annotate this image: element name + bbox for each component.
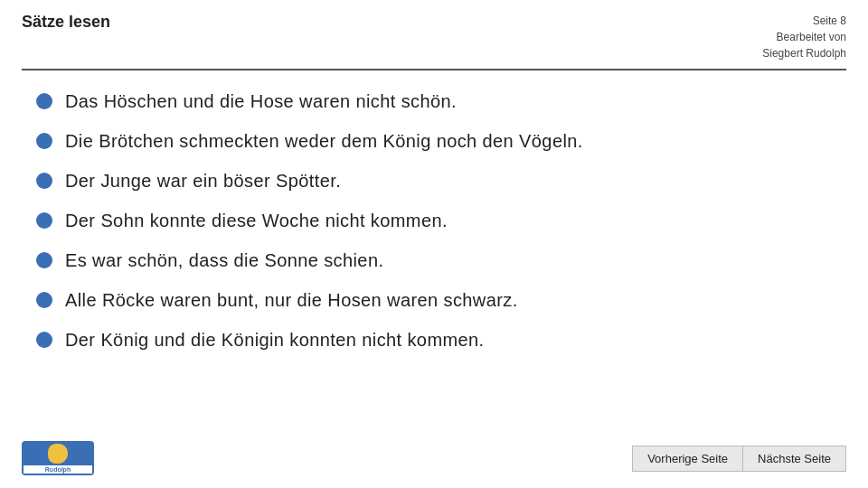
author-label: Bearbeitet von	[762, 29, 846, 45]
page-number: Seite 8	[762, 13, 846, 29]
bullet-icon	[36, 292, 52, 308]
logo-text: Rudolph	[24, 465, 92, 474]
bullet-icon	[36, 332, 52, 348]
next-button[interactable]: Nächste Seite	[742, 446, 846, 472]
content-area: Das Höschen und die Hose waren nicht sch…	[0, 70, 868, 376]
page-meta: Seite 8 Bearbeitet von Siegbert Rudolph	[762, 13, 846, 61]
prev-button[interactable]: Vorherige Seite	[632, 446, 742, 472]
logo-inner: Rudolph	[24, 443, 92, 474]
list-item: Der Sohn konnte diese Woche nicht kommen…	[36, 208, 832, 233]
bullet-icon	[36, 252, 52, 268]
bullet-icon	[36, 212, 52, 229]
header: Sätze lesen Seite 8 Bearbeitet von Siegb…	[0, 0, 868, 69]
sentence-text: Der König und die Königin konnten nicht …	[65, 327, 485, 352]
sentence-text: Es war schön, dass die Sonne schien.	[65, 248, 383, 273]
list-item: Alle Röcke waren bunt, nur die Hosen war…	[36, 287, 832, 313]
bullet-icon	[36, 173, 52, 189]
footer-buttons: Vorherige Seite Nächste Seite	[632, 446, 846, 472]
bullet-icon	[36, 133, 52, 149]
list-item: Der König und die Königin konnten nicht …	[36, 327, 832, 352]
footer: Rudolph Vorherige Seite Nächste Seite	[0, 441, 868, 475]
list-item: Die Brötchen schmeckten weder dem König …	[36, 128, 832, 154]
logo-africa-shape	[48, 444, 68, 464]
logo-box: Rudolph	[22, 441, 94, 475]
author-name: Siegbert Rudolph	[762, 45, 846, 61]
sentence-text: Das Höschen und die Hose waren nicht sch…	[65, 89, 457, 114]
list-item: Der Junge war ein böser Spötter.	[36, 168, 832, 193]
sentence-text: Der Junge war ein böser Spötter.	[65, 168, 341, 193]
sentence-text: Die Brötchen schmeckten weder dem König …	[65, 128, 583, 154]
page-title: Sätze lesen	[22, 13, 110, 32]
list-item: Das Höschen und die Hose waren nicht sch…	[36, 89, 832, 114]
bullet-icon	[36, 93, 52, 109]
footer-logo: Rudolph	[22, 441, 94, 475]
sentence-text: Alle Röcke waren bunt, nur die Hosen war…	[65, 287, 518, 313]
sentence-text: Der Sohn konnte diese Woche nicht kommen…	[65, 208, 448, 233]
list-item: Es war schön, dass die Sonne schien.	[36, 248, 832, 273]
sentence-list: Das Höschen und die Hose waren nicht sch…	[36, 89, 832, 352]
